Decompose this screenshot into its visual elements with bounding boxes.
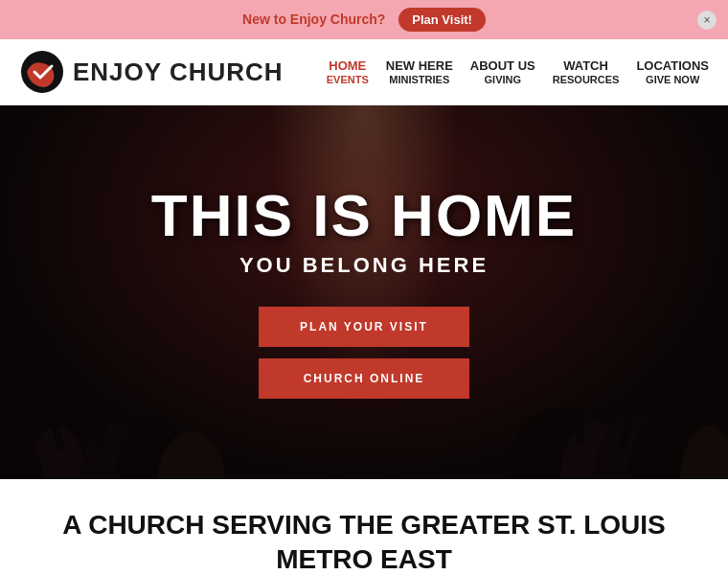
nav-bottom-giving: GIVING	[470, 74, 535, 85]
nav-top-home: HOME	[327, 58, 369, 73]
nav-item-about[interactable]: ABOUT US GIVING	[470, 58, 535, 85]
hero-buttons: PLAN YOUR VISIT CHURCH ONLINE	[151, 307, 577, 399]
hero-subtitle: YOU BELONG HERE	[151, 253, 577, 278]
plan-visit-button[interactable]: Plan Visit!	[398, 8, 486, 32]
nav-bottom-ministries: MINISTRIES	[386, 74, 453, 85]
announcement-text: New to Enjoy Church? Plan Visit!	[242, 8, 486, 32]
nav-bottom-givenow: GIVE NOW	[636, 74, 709, 85]
bottom-title: A CHURCH SERVING THE GREATER ST. LOUIS M…	[38, 508, 690, 575]
hero-content: THIS IS HOME YOU BELONG HERE PLAN YOUR V…	[151, 186, 577, 399]
nav-bottom-resources: RESOURCES	[553, 74, 620, 85]
nav-item-home[interactable]: HOME EVENTS	[327, 58, 369, 85]
nav-top-locations: LOCATIONS	[636, 58, 709, 73]
nav-top-watch: WATCH	[553, 58, 620, 73]
nav-item-locations[interactable]: LOCATIONS GIVE NOW	[636, 58, 709, 85]
nav-item-newhere[interactable]: NEW HERE MINISTRIES	[386, 58, 453, 85]
announcement-bar: New to Enjoy Church? Plan Visit! ×	[0, 0, 728, 39]
plan-visit-hero-button[interactable]: PLAN YOUR VISIT	[259, 307, 469, 347]
site-header: ENJOY CHURCH HOME EVENTS NEW HERE MINIST…	[0, 39, 728, 105]
close-button[interactable]: ×	[697, 11, 717, 30]
main-nav: HOME EVENTS NEW HERE MINISTRIES ABOUT US…	[327, 58, 709, 85]
nav-top-newhere: NEW HERE	[386, 58, 453, 73]
logo-text: ENJOY CHURCH	[73, 58, 284, 87]
church-online-button[interactable]: CHURCH ONLINE	[259, 358, 469, 399]
announcement-prefix: New to Enjoy Church?	[242, 12, 385, 27]
hero-title: THIS IS HOME	[151, 186, 577, 245]
hero-section: THIS IS HOME YOU BELONG HERE PLAN YOUR V…	[0, 105, 728, 479]
bottom-section: A CHURCH SERVING THE GREATER ST. LOUIS M…	[0, 479, 728, 575]
logo[interactable]: ENJOY CHURCH	[19, 49, 284, 95]
nav-bottom-events: EVENTS	[327, 74, 369, 85]
logo-icon	[19, 49, 65, 95]
nav-item-watch[interactable]: WATCH RESOURCES	[553, 58, 620, 85]
nav-top-about: ABOUT US	[470, 58, 535, 73]
